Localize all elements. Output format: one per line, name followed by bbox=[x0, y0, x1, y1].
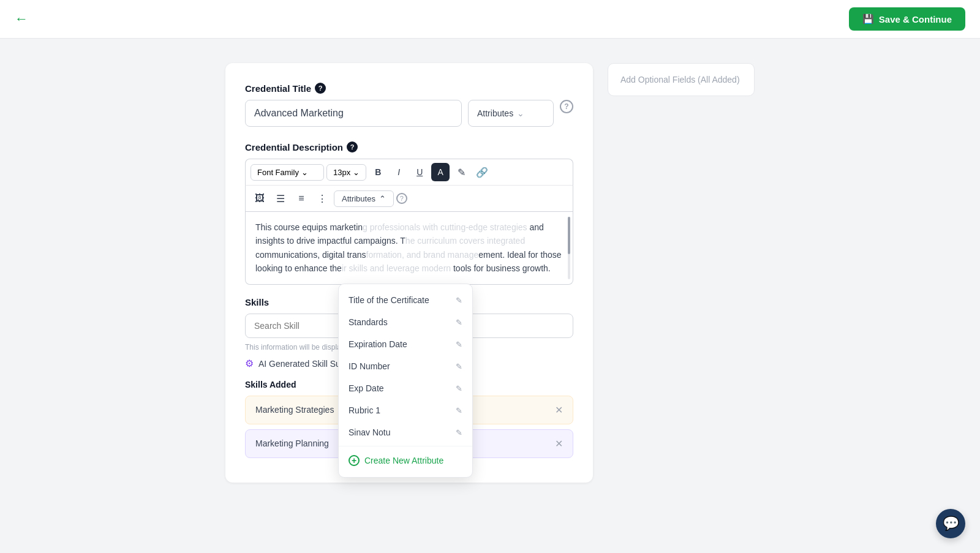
image-button[interactable]: 🖼 bbox=[251, 189, 269, 208]
dropdown-divider bbox=[339, 446, 472, 446]
editor-area[interactable]: This course equips marketing professiona… bbox=[245, 212, 573, 285]
font-size-dropdown[interactable]: 13px ⌄ bbox=[326, 164, 366, 181]
text-color-button[interactable]: A bbox=[431, 163, 450, 181]
chat-bubble-button[interactable]: 💬 bbox=[936, 509, 965, 538]
main-layout: Credential Title ? Attributes ⌄ ? Creden… bbox=[0, 39, 980, 507]
credential-title-help-icon[interactable]: ? bbox=[315, 83, 326, 94]
font-family-dropdown[interactable]: Font Family ⌄ bbox=[251, 164, 324, 181]
dropdown-item-id-number[interactable]: ID Number ✎ bbox=[339, 355, 472, 377]
edit-icon-exp-date: ✎ bbox=[456, 384, 462, 393]
form-card: Credential Title ? Attributes ⌄ ? Creden… bbox=[225, 63, 593, 483]
create-new-attribute-button[interactable]: + Create New Attribute bbox=[339, 449, 472, 472]
credential-description-label: Credential Description ? bbox=[245, 141, 573, 152]
edit-icon-title-of-certificate: ✎ bbox=[456, 296, 462, 305]
editor-scrollbar-thumb bbox=[568, 217, 570, 254]
credential-description-help-icon[interactable]: ? bbox=[347, 141, 358, 152]
chevron-down-icon: ⌄ bbox=[517, 108, 524, 118]
edit-icon-standards: ✎ bbox=[456, 318, 462, 327]
link-button[interactable]: 🔗 bbox=[473, 163, 491, 181]
attributes-dropdown-menu: Title of the Certificate ✎ Standards ✎ E… bbox=[338, 284, 473, 478]
remove-marketing-strategies-button[interactable]: ✕ bbox=[555, 404, 563, 416]
dropdown-item-rubric-1[interactable]: Rubric 1 ✎ bbox=[339, 399, 472, 421]
toolbar-row-2: 🖼 ☰ ≡ ⋮ Attributes ⌃ ? bbox=[245, 185, 573, 212]
font-family-chevron-icon: ⌄ bbox=[301, 168, 308, 177]
underline-button[interactable]: U bbox=[410, 163, 429, 181]
attributes-help-icon[interactable]: ? bbox=[560, 100, 573, 113]
header: ← 💾 Save & Continue bbox=[0, 0, 980, 39]
remove-marketing-planning-button[interactable]: ✕ bbox=[555, 438, 563, 450]
save-continue-button[interactable]: 💾 Save & Continue bbox=[849, 7, 965, 31]
attributes-dropdown-button[interactable]: Attributes ⌄ bbox=[468, 100, 554, 127]
credential-title-row: Attributes ⌄ ? bbox=[245, 100, 573, 127]
sidebar: Add Optional Fields (All Added) bbox=[608, 63, 755, 483]
align-left-button[interactable]: ☰ bbox=[271, 189, 290, 208]
dropdown-item-exp-date[interactable]: Exp Date ✎ bbox=[339, 377, 472, 399]
dropdown-item-title-of-certificate[interactable]: Title of the Certificate ✎ bbox=[339, 289, 472, 311]
italic-button[interactable]: I bbox=[390, 163, 408, 181]
skill-tag-label: Marketing Strategies bbox=[255, 405, 334, 415]
dropdown-item-sinav-notu[interactable]: Sinav Notu ✎ bbox=[339, 421, 472, 443]
skill-tag-label: Marketing Planning bbox=[255, 438, 329, 448]
edit-icon-id-number: ✎ bbox=[456, 362, 462, 371]
credential-title-label: Credential Title ? bbox=[245, 83, 573, 94]
edit-icon-expiration-date: ✎ bbox=[456, 340, 462, 349]
edit-icon-sinav-notu: ✎ bbox=[456, 428, 462, 437]
editor-scrollbar[interactable] bbox=[568, 217, 570, 279]
attributes-toolbar-button[interactable]: Attributes ⌃ bbox=[334, 190, 394, 207]
back-button[interactable]: ← bbox=[15, 11, 28, 27]
list-button[interactable]: ⋮ bbox=[313, 189, 331, 208]
edit-icon-rubric-1: ✎ bbox=[456, 406, 462, 415]
font-size-chevron-icon: ⌄ bbox=[353, 168, 360, 177]
editor-text: This course equips marketing professiona… bbox=[255, 222, 562, 273]
credential-description-section: Credential Description ? Font Family ⌄ 1… bbox=[245, 141, 573, 285]
toolbar-row-1: Font Family ⌄ 13px ⌄ B I U A ✎ 🔗 bbox=[245, 159, 573, 185]
save-icon: 💾 bbox=[862, 13, 874, 24]
marker-button[interactable]: ✎ bbox=[452, 163, 470, 181]
credential-title-input[interactable] bbox=[245, 100, 462, 127]
optional-fields-box: Add Optional Fields (All Added) bbox=[608, 63, 755, 96]
plus-circle-icon: + bbox=[349, 455, 360, 466]
bold-button[interactable]: B bbox=[369, 163, 387, 181]
dropdown-item-standards[interactable]: Standards ✎ bbox=[339, 311, 472, 333]
toolbar-help-icon[interactable]: ? bbox=[396, 193, 407, 204]
align-center-button[interactable]: ≡ bbox=[292, 189, 311, 208]
attributes-chevron-up-icon: ⌃ bbox=[379, 194, 386, 203]
ai-icon: ⚙ bbox=[245, 358, 254, 369]
dropdown-item-expiration-date[interactable]: Expiration Date ✎ bbox=[339, 333, 472, 355]
